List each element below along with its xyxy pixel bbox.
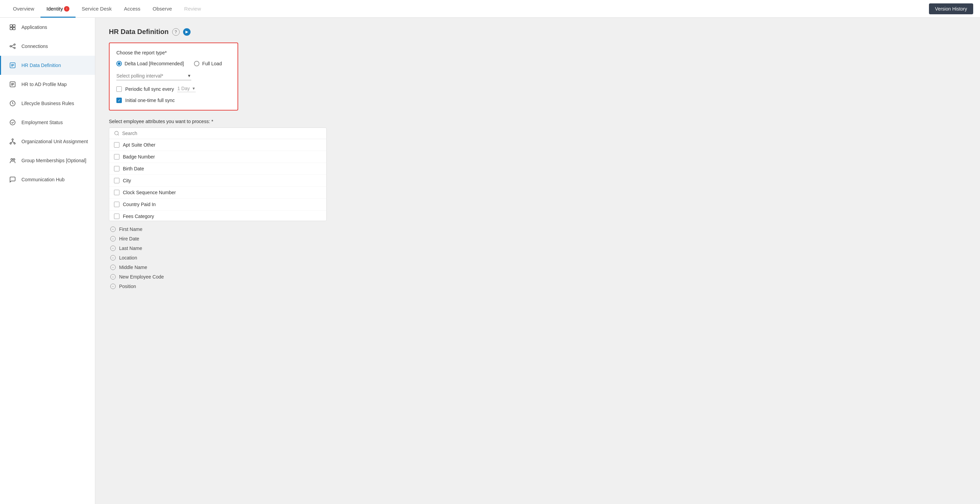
svg-rect-1 (13, 25, 15, 27)
svg-line-8 (11, 47, 14, 48)
selected-attr-label-middle-name: Middle Name (119, 265, 147, 270)
nav-item-identity[interactable]: Identity! (40, 0, 76, 18)
sidebar-item-hr-ad[interactable]: HR to AD Profile Map (0, 75, 95, 94)
selected-attr-middle-name: −Middle Name (109, 263, 327, 272)
full-load-radio[interactable] (194, 61, 199, 66)
svg-point-21 (14, 143, 15, 144)
selected-attr-position: −Position (109, 282, 327, 291)
svg-point-4 (10, 46, 11, 47)
nav-item-access[interactable]: Access (118, 0, 146, 18)
attributes-section: Select employee attributes you want to p… (109, 119, 966, 291)
day-select-arrow-icon: ▼ (192, 86, 196, 90)
attribute-item-country-paid[interactable]: Country Paid In (109, 199, 326, 211)
selected-attributes-list: −First Name−Hire Date−Last Name−Location… (109, 225, 327, 291)
attribute-checkbox-clock-seq[interactable] (114, 190, 119, 195)
selected-attr-label-first-name: First Name (119, 227, 142, 232)
hr-icon (8, 60, 18, 70)
selected-attr-label-new-employee-code: New Employee Code (119, 274, 164, 279)
svg-line-23 (11, 142, 13, 143)
attribute-checkbox-country-paid[interactable] (114, 202, 119, 207)
remove-attr-icon-first-name[interactable]: − (110, 227, 116, 232)
version-history-button[interactable]: Version History (929, 3, 973, 14)
day-select[interactable]: 1 Day ▼ (177, 86, 195, 92)
periodic-sync-checkbox[interactable] (116, 86, 122, 92)
attribute-item-birth-date[interactable]: Birth Date (109, 163, 326, 175)
attribute-label-country-paid: Country Paid In (123, 202, 156, 207)
help-icon[interactable]: ? (172, 28, 180, 36)
svg-point-25 (11, 158, 13, 160)
remove-attr-icon-position[interactable]: − (110, 284, 116, 289)
selected-attr-label-hire-date: Hire Date (119, 236, 139, 241)
sidebar-label-hr-data: HR Data Definition (21, 63, 61, 68)
attribute-list: Apt Suite OtherBadge NumberBirth DateCit… (109, 139, 326, 221)
attribute-checkbox-birth-date[interactable] (114, 166, 119, 171)
layout: ApplicationsConnectionsHR Data Definitio… (0, 18, 980, 504)
selected-attr-new-employee-code: −New Employee Code (109, 272, 327, 282)
nav-item-overview[interactable]: Overview (7, 0, 40, 18)
attribute-checkbox-fees-cat[interactable] (114, 214, 119, 219)
sidebar-item-comm-hub[interactable]: Communication Hub (0, 170, 95, 189)
nav-items: OverviewIdentity!Service DeskAccessObser… (7, 0, 929, 18)
check-circle-icon (8, 118, 18, 127)
periodic-sync-row: Periodic full sync every 1 Day ▼ (116, 86, 231, 92)
selected-attr-location: −Location (109, 253, 327, 263)
polling-interval-arrow-icon: ▼ (187, 73, 191, 78)
initial-sync-checkbox[interactable] (116, 98, 122, 103)
attribute-checkbox-badge[interactable] (114, 154, 119, 160)
attribute-item-fees-cat[interactable]: Fees Category (109, 211, 326, 221)
play-icon[interactable]: ▶ (183, 28, 191, 36)
sidebar-item-applications[interactable]: Applications (0, 18, 95, 37)
attribute-label-clock-seq: Clock Sequence Number (123, 190, 176, 195)
sidebar-item-org-unit[interactable]: Organizational Unit Assignment (0, 132, 95, 151)
svg-rect-3 (13, 27, 15, 30)
sidebar-item-lifecycle[interactable]: Lifecycle Business Rules (0, 94, 95, 113)
polling-interval-select[interactable]: Select polling interval* ▼ (116, 73, 191, 80)
full-load-option[interactable]: Full Load (194, 61, 222, 66)
sidebar-item-hr-data[interactable]: HR Data Definition (0, 56, 95, 75)
attribute-label-fees-cat: Fees Category (123, 214, 154, 219)
selected-attr-label-last-name: Last Name (119, 246, 142, 251)
attribute-label-birth-date: Birth Date (123, 166, 144, 171)
sidebar-item-employment[interactable]: Employment Status (0, 113, 95, 132)
svg-point-26 (13, 158, 15, 160)
search-row (109, 128, 326, 139)
svg-rect-0 (10, 25, 13, 27)
attribute-item-badge[interactable]: Badge Number (109, 151, 326, 163)
remove-attr-icon-last-name[interactable]: − (110, 246, 116, 251)
sidebar: ApplicationsConnectionsHR Data Definitio… (0, 18, 95, 504)
selected-attr-last-name: −Last Name (109, 244, 327, 253)
remove-attr-icon-new-employee-code[interactable]: − (110, 274, 116, 279)
initial-sync-label: Initial one-time full sync (125, 98, 175, 103)
delta-load-radio[interactable] (116, 61, 122, 66)
sidebar-item-connections[interactable]: Connections (0, 37, 95, 56)
sidebar-item-group[interactable]: Group Memberships [Optional] (0, 151, 95, 170)
remove-attr-icon-middle-name[interactable]: − (110, 265, 116, 270)
nav-item-service-desk[interactable]: Service Desk (76, 0, 118, 18)
attribute-label-badge: Badge Number (123, 154, 155, 160)
attribute-item-apt-suite[interactable]: Apt Suite Other (109, 139, 326, 151)
svg-point-19 (12, 139, 13, 140)
svg-point-20 (10, 143, 11, 144)
attribute-item-city[interactable]: City (109, 175, 326, 187)
report-type-box: Choose the report type* Delta Load [Reco… (109, 43, 238, 111)
selected-attr-label-location: Location (119, 255, 137, 260)
remove-attr-icon-hire-date[interactable]: − (110, 236, 116, 241)
sidebar-label-group: Group Memberships [Optional] (21, 158, 86, 163)
attribute-item-clock-seq[interactable]: Clock Sequence Number (109, 187, 326, 199)
sidebar-label-comm-hub: Communication Hub (21, 177, 65, 182)
selected-attr-label-position: Position (119, 284, 136, 289)
polling-interval-label: Select polling interval* (116, 73, 185, 79)
sidebar-label-org-unit: Organizational Unit Assignment (21, 139, 88, 144)
attribute-checkbox-apt-suite[interactable] (114, 142, 119, 147)
nav-item-observe[interactable]: Observe (147, 0, 178, 18)
attribute-checkbox-city[interactable] (114, 178, 119, 183)
hr-map-icon (8, 79, 18, 89)
nav-item-review[interactable]: Review (178, 0, 207, 18)
search-input[interactable] (122, 131, 321, 136)
svg-point-27 (115, 131, 118, 135)
delta-load-option[interactable]: Delta Load [Recommended] (116, 61, 184, 66)
day-select-label: 1 Day (177, 86, 190, 91)
delta-load-label: Delta Load [Recommended] (124, 61, 184, 66)
remove-attr-icon-location[interactable]: − (110, 255, 116, 260)
svg-line-7 (11, 45, 14, 46)
